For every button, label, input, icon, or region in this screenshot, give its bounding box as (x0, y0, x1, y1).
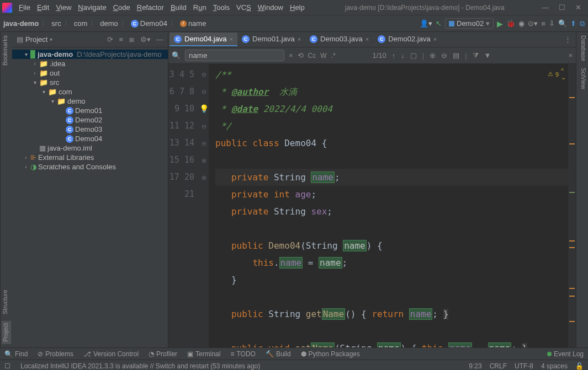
tool-todo[interactable]: ≡ TODO (230, 350, 255, 358)
profile-button[interactable]: ⊙▾ (528, 19, 538, 28)
coverage-button[interactable]: ◉ (518, 19, 525, 28)
tool-profiler[interactable]: ◔ Profiler (149, 350, 177, 358)
tree-item[interactable]: CDemo02 (12, 115, 168, 125)
funnel-icon[interactable]: ▼ (484, 51, 491, 60)
close-find-icon[interactable]: × (568, 51, 573, 60)
close-icon[interactable]: × (433, 36, 437, 42)
remove-selection-icon[interactable]: ⊖ (441, 51, 447, 60)
breadcrumb-item[interactable]: src (51, 19, 61, 28)
menu-file[interactable]: File (15, 2, 34, 13)
tab-demo03[interactable]: CDemo03.java× (305, 33, 373, 46)
tool-python[interactable]: ⬢ Python Packages (301, 350, 360, 358)
tree-item[interactable]: CDemo04 (12, 134, 168, 143)
menu-code[interactable]: Code (110, 2, 134, 13)
tree-item[interactable]: ›⊪External Libraries (12, 153, 168, 162)
add-selection-icon[interactable]: ⊕ (430, 51, 436, 60)
tree-item[interactable]: ▾📁demo (12, 96, 168, 106)
readonly-icon[interactable]: 🔓 (575, 362, 584, 370)
tree-item[interactable]: CDemo01 (12, 106, 168, 115)
select-occur-icon[interactable]: ▤ (453, 51, 459, 60)
menu-vcs[interactable]: VCS (233, 2, 255, 13)
maximize-button[interactable]: ☐ (559, 3, 565, 12)
indent-setting[interactable]: 4 spaces (541, 362, 568, 370)
history-icon[interactable]: ⟲ (298, 51, 304, 60)
run-config-selector[interactable]: Demo02 ▾ (445, 18, 494, 29)
status-icon[interactable]: ☐ (4, 362, 10, 370)
collapse-all-icon[interactable]: ≣ (129, 35, 135, 44)
tree-item[interactable]: ▾📁com (12, 87, 168, 96)
reload-icon[interactable]: ↖ (436, 19, 442, 28)
stop-button[interactable]: ■ (541, 19, 545, 28)
menu-navigate[interactable]: Navigate (75, 2, 109, 13)
menu-window[interactable]: Window (255, 2, 287, 13)
code-editor[interactable]: 3 4 5 6 7 8 9 10 11 12 13 14 15 16 17 20… (168, 64, 576, 347)
regex[interactable]: .* (331, 52, 336, 60)
project-tree[interactable]: ▾▉ java-demo D:\IdeaProjects\java-demo ›… (12, 47, 168, 174)
fold-gutter[interactable]: ⊖ ⊖ 💡 ⊖ ⊖ ⊕ ⊕ (199, 64, 209, 347)
side-tab-structure[interactable]: Structure (2, 289, 11, 314)
tree-item[interactable]: ›📁.idea (12, 59, 168, 68)
match-case[interactable]: Cc (308, 52, 316, 60)
close-icon[interactable]: × (365, 36, 369, 42)
close-icon[interactable]: × (230, 36, 233, 42)
warning-badge[interactable]: ⚠ 9 ^ ⌄ (548, 67, 566, 81)
select-all-icon[interactable]: ▢ (410, 51, 417, 60)
minimize-button[interactable]: — (542, 3, 549, 12)
breadcrumb-item[interactable]: name (188, 19, 206, 28)
tool-problems[interactable]: ⊘ Problems (38, 350, 73, 358)
next-match-icon[interactable]: ↓ (401, 51, 405, 60)
tree-item[interactable]: ▦java-demo.iml (12, 143, 168, 153)
menu-refactor[interactable]: Refactor (134, 2, 167, 13)
tree-item[interactable]: ▾📁src (12, 78, 168, 87)
vcs-update-button[interactable]: ⇩ (549, 19, 555, 28)
line-separator[interactable]: CRLF (490, 362, 507, 370)
menu-run[interactable]: Run (190, 2, 210, 13)
tree-root[interactable]: ▾▉ java-demo D:\IdeaProjects\java-demo (12, 50, 168, 59)
search-input[interactable] (185, 50, 284, 61)
breadcrumb[interactable]: java-demo〉 src〉 com〉 demo〉 C Demo04〉 f n… (3, 19, 206, 29)
menu-build[interactable]: Build (167, 2, 190, 13)
tab-demo01[interactable]: CDemo01.java× (237, 33, 305, 46)
caret-position[interactable]: 9:23 (469, 362, 481, 370)
close-icon[interactable]: × (298, 36, 301, 42)
clear-search-icon[interactable]: × (289, 51, 293, 60)
breadcrumb-item[interactable]: java-demo (3, 19, 39, 28)
settings-icon[interactable]: ⚙▾ (140, 35, 151, 44)
menu-help[interactable]: Help (287, 2, 308, 13)
code-content[interactable]: /** * @author 水滴 * @date 2022/4/4 0004 *… (209, 64, 568, 347)
whole-word[interactable]: W (320, 52, 326, 60)
menu-view[interactable]: View (52, 2, 75, 13)
breadcrumb-item[interactable]: demo (100, 19, 118, 28)
hide-icon[interactable]: — (156, 35, 163, 44)
menu-tools[interactable]: Tools (210, 2, 233, 13)
run-button[interactable]: ▶ (497, 19, 503, 28)
expand-all-icon[interactable]: ≡ (119, 35, 123, 44)
tree-item[interactable]: ›◑Scratches and Consoles (12, 162, 168, 171)
filter-icon[interactable]: ⧩ (473, 51, 479, 60)
error-stripe[interactable]: ⚠ 9 ^ ⌄ (568, 64, 576, 347)
tab-list-icon[interactable]: ⋮ (564, 35, 571, 44)
side-tab-sciview[interactable]: SciView (578, 68, 587, 89)
close-button[interactable]: ✕ (575, 3, 581, 12)
tool-build[interactable]: 🔨 Build (266, 350, 291, 358)
line-gutter[interactable]: 3 4 5 6 7 8 9 10 11 12 13 14 15 16 17 20… (168, 64, 199, 347)
ide-button[interactable]: ⧉ (580, 19, 585, 28)
file-encoding[interactable]: UTF-8 (515, 362, 533, 370)
add-user-icon[interactable]: 👤▾ (420, 19, 432, 28)
prev-match-icon[interactable]: ↑ (392, 51, 396, 60)
side-tab-database[interactable]: Database (578, 35, 587, 61)
breadcrumb-item[interactable]: com (74, 19, 88, 28)
tree-item[interactable]: ›📁out (12, 68, 168, 78)
breadcrumb-item[interactable]: Demo04 (140, 19, 167, 28)
tool-find[interactable]: 🔍 Find (4, 350, 28, 358)
status-message[interactable]: Localized IntelliJ IDEA 2021.3.3 is avai… (20, 362, 260, 370)
side-tab-project[interactable]: Project (2, 321, 11, 344)
debug-button[interactable]: 🐞 (506, 19, 515, 28)
sync-button[interactable]: ⬆ (570, 19, 576, 28)
tab-demo04[interactable]: CDemo04.java× (169, 33, 237, 46)
side-tab-bookmarks[interactable]: Bookmarks (2, 35, 11, 66)
tree-item[interactable]: CDemo03 (12, 125, 168, 134)
tab-demo02[interactable]: CDemo02.java× (373, 33, 441, 46)
search-button[interactable]: 🔍 (558, 19, 567, 28)
tool-terminal[interactable]: ▣ Terminal (187, 350, 220, 358)
